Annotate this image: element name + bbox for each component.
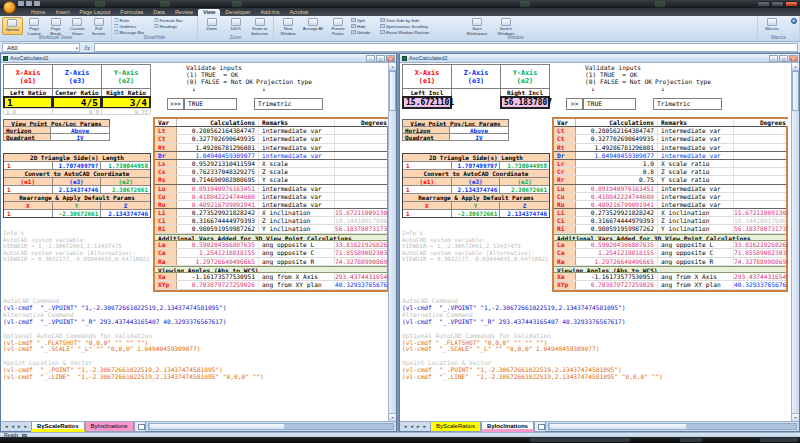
button-page-break-preview[interactable]: Page Break Preview bbox=[45, 17, 66, 35]
calculation-cell: 0.590204366807635 bbox=[177, 241, 259, 248]
command-line: (vl-cmdf "_.FLATSHOT" "0,0,0" "" "" "") bbox=[402, 340, 784, 347]
sheet-nav-prev-icon[interactable]: ◄ bbox=[10, 424, 14, 429]
desktop-icon bbox=[655, 1, 665, 7]
window-restore-icon[interactable]: □ bbox=[376, 55, 385, 62]
button-macros[interactable]: Macros bbox=[760, 17, 784, 35]
sheet-tab-byscaleratios[interactable]: ByScaleRatios bbox=[430, 422, 481, 432]
section-header: Rearrange & Apply Default Params bbox=[403, 194, 549, 202]
taskbar-button[interactable] bbox=[760, 438, 798, 442]
var-table: VarCalculationsRemarksDegreesLt0.2805621… bbox=[552, 117, 788, 292]
scroll-thumb[interactable] bbox=[550, 424, 686, 429]
sheet-nav-first-icon[interactable]: ◄ bbox=[403, 424, 407, 429]
scroll-down-icon[interactable]: ▾ bbox=[792, 413, 799, 421]
tab-acrobat[interactable]: Acrobat bbox=[284, 9, 313, 16]
tab-page-layout[interactable]: Page Layout bbox=[74, 9, 115, 16]
sheet-nav-next-icon[interactable]: ► bbox=[17, 424, 21, 429]
window-close-icon[interactable]: × bbox=[386, 55, 395, 62]
button-normal[interactable]: Normal bbox=[2, 17, 23, 35]
value-cell: 1.707499797 bbox=[452, 162, 501, 169]
close-icon[interactable] bbox=[785, 1, 798, 7]
window-minimize-icon[interactable]: – bbox=[366, 55, 375, 62]
fx-icon[interactable]: fx bbox=[80, 44, 94, 51]
sheet-tab-byinclinations[interactable]: ByInclinations bbox=[481, 422, 534, 432]
window-minimize-icon[interactable]: – bbox=[769, 55, 778, 62]
horizontal-scrollbar[interactable] bbox=[148, 423, 394, 430]
minimize-icon[interactable] bbox=[757, 1, 770, 7]
var-row: La0.590204366807635ang opposite L33.8162… bbox=[155, 241, 387, 249]
button-new-window[interactable]: New Window bbox=[276, 17, 300, 35]
window-titlebar[interactable]: AxoCalculated1–□× bbox=[1, 54, 396, 63]
button-zoom[interactable]: Zoom bbox=[200, 17, 223, 35]
sheet-tab-byinclinations[interactable]: ByInclinations bbox=[85, 422, 134, 432]
remark-cell: intermediate var bbox=[259, 127, 335, 134]
formula-input[interactable] bbox=[94, 43, 798, 52]
name-box-dropdown-icon[interactable]: ▾ bbox=[75, 44, 78, 52]
button-freeze-panes[interactable]: Freeze Panes bbox=[326, 17, 350, 35]
value-cell: 1.730044958 bbox=[101, 162, 150, 169]
tab-view[interactable]: View bbox=[198, 9, 220, 16]
vertical-scrollbar[interactable]: ▴▾ bbox=[791, 63, 799, 421]
undo-icon[interactable] bbox=[26, 1, 32, 6]
redo-icon[interactable] bbox=[34, 1, 40, 6]
scroll-thumb[interactable] bbox=[792, 71, 799, 111]
button-custom-views[interactable]: Custom Views bbox=[67, 17, 88, 35]
tab-developer[interactable]: Developer bbox=[220, 9, 255, 16]
sheet-nav-first-icon[interactable]: ◄ bbox=[4, 424, 8, 429]
save-icon[interactable] bbox=[18, 1, 24, 6]
button-arrange-all[interactable]: Arrange All bbox=[301, 17, 325, 35]
window-titlebar[interactable]: AxoCalculated2–□× bbox=[400, 54, 799, 63]
var-name-cell: Cs bbox=[155, 168, 177, 175]
scroll-thumb[interactable] bbox=[150, 424, 284, 429]
calculation-cell: -1.16173577530951 bbox=[177, 273, 259, 280]
insert-sheet-tab[interactable] bbox=[134, 422, 146, 432]
help-icon[interactable] bbox=[791, 18, 797, 24]
calculation-cell: 1.49286781296081 bbox=[177, 144, 259, 151]
scroll-up-icon[interactable]: ▴ bbox=[389, 63, 396, 71]
label-cell: (e1) bbox=[403, 178, 452, 185]
var-row: Ca1.2541218818155ang opposite C71.855890… bbox=[554, 249, 786, 257]
degrees-cell: 71.855890823033 bbox=[335, 249, 389, 256]
axis-header-cell: Z-Axis(e3) bbox=[451, 64, 501, 89]
arrange-all-icon bbox=[308, 18, 318, 26]
scroll-up-icon[interactable]: ▴ bbox=[792, 63, 799, 71]
tab-review[interactable]: Review bbox=[170, 9, 198, 16]
convert-values-row: 12.1343747462.30672661 bbox=[403, 186, 549, 194]
button-full-screen[interactable]: Full Screen bbox=[88, 17, 109, 35]
sheet-tab-byscaleratios[interactable]: ByScaleRatios bbox=[31, 422, 85, 432]
tab-data[interactable]: Data bbox=[148, 9, 170, 16]
arrow-down-icon: ↓ bbox=[192, 85, 196, 92]
button-switch-windows[interactable]: Switch Windows bbox=[492, 17, 520, 35]
sheet-nav-next-icon[interactable]: ► bbox=[416, 424, 420, 429]
rearrange-values-row: 1-2.306726612.134374746 bbox=[403, 210, 549, 217]
scroll-down-icon[interactable]: ▾ bbox=[389, 413, 396, 421]
taskbar-button[interactable] bbox=[680, 438, 702, 442]
remark-cell: X inclination bbox=[259, 209, 335, 216]
info-title: Info's bbox=[402, 230, 550, 237]
checkbox-headings[interactable]: ☑Headings bbox=[154, 23, 194, 29]
window-restore-icon[interactable]: □ bbox=[779, 55, 788, 62]
taskbar-button[interactable] bbox=[530, 438, 630, 442]
scroll-thumb[interactable] bbox=[389, 71, 396, 111]
horizontal-scrollbar[interactable] bbox=[548, 423, 797, 430]
value-cell: 1 bbox=[4, 210, 53, 217]
tab-insert[interactable]: Insert bbox=[51, 9, 75, 16]
sheet-nav-last-icon[interactable]: ► bbox=[23, 424, 27, 429]
tab-formulas[interactable]: Formulas bbox=[115, 9, 148, 16]
var-row: Rt1.49286781296081intermediate var bbox=[155, 144, 387, 152]
ribbon-group-show-hide: ☐Ruler☐Gridlines☐Message Bar☑Formula Bar… bbox=[112, 16, 198, 41]
tab-add-ins[interactable]: Add-Ins bbox=[255, 9, 284, 16]
office-button[interactable] bbox=[3, 1, 16, 14]
sheet-nav-prev-icon[interactable]: ◄ bbox=[409, 424, 413, 429]
name-box[interactable]: A60 ▾ bbox=[2, 43, 80, 52]
maximize-icon[interactable] bbox=[771, 1, 784, 7]
sheet-nav-last-icon[interactable]: ► bbox=[422, 424, 426, 429]
tab-home[interactable]: Home bbox=[26, 9, 51, 16]
vertical-scrollbar[interactable]: ▴▾ bbox=[388, 63, 396, 421]
button-100[interactable]: 100% bbox=[224, 17, 247, 35]
button-save-workspace[interactable]: Save Workspace bbox=[463, 17, 491, 35]
button-zoom-to-selection[interactable]: Zoom to Selection bbox=[248, 17, 271, 35]
info-line: AutoCAD system variable: bbox=[402, 237, 550, 244]
button-page-layout[interactable]: Page Layout bbox=[24, 17, 45, 35]
insert-sheet-tab[interactable] bbox=[534, 422, 546, 432]
window-close-icon[interactable]: × bbox=[789, 55, 798, 62]
